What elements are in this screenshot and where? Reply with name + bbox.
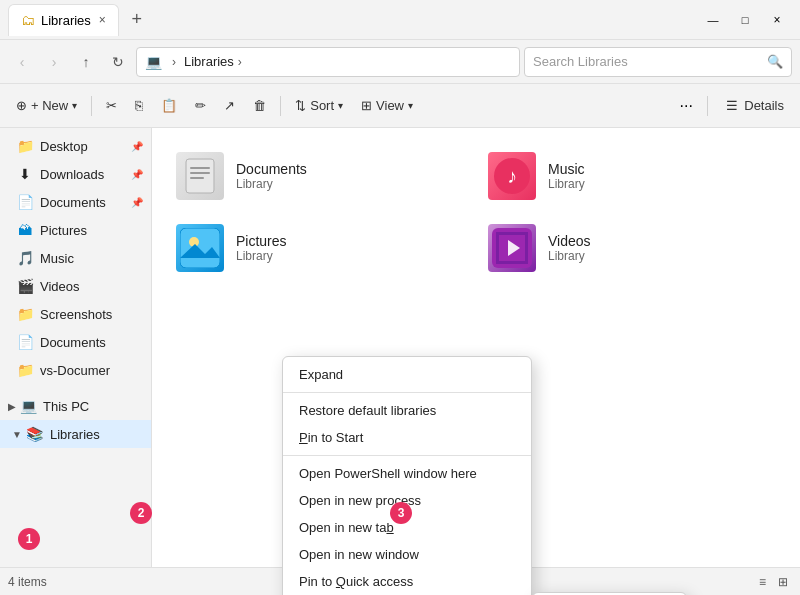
title-bar: 🗂 Libraries × + — □ × xyxy=(0,0,800,40)
search-bar[interactable]: Search Libraries 🔍 xyxy=(524,47,792,77)
svg-rect-4 xyxy=(190,177,204,179)
documents-library-name: Documents xyxy=(236,161,307,177)
sidebar-section-thispc[interactable]: ▶ 💻 This PC xyxy=(0,392,151,420)
details-button[interactable]: ☰ Details xyxy=(718,90,792,122)
address-separator2: › xyxy=(238,55,242,69)
library-item-videos[interactable]: Videos Library xyxy=(480,216,784,280)
svg-rect-2 xyxy=(190,167,210,169)
maximize-button[interactable]: □ xyxy=(730,5,760,35)
ctx-expand-label: Expand xyxy=(299,367,343,382)
svg-rect-15 xyxy=(496,261,528,264)
paste-button[interactable]: 📋 xyxy=(153,90,185,122)
share-button[interactable]: ↗ xyxy=(216,90,243,122)
sidebar-item-downloads[interactable]: ⬇ Downloads 📌 xyxy=(0,160,151,188)
ctx-pin-start-label: Pin to Start xyxy=(299,430,363,445)
pin-icon-downloads: 📌 xyxy=(131,169,143,180)
new-arrow: ▾ xyxy=(72,100,77,111)
view-grid-icon[interactable]: ⊞ xyxy=(774,573,792,591)
view-icons: ≡ ⊞ xyxy=(755,573,792,591)
context-menu: Expand Restore default libraries Pin to … xyxy=(282,356,532,595)
new-label: + New xyxy=(31,98,68,113)
sidebar-item-music[interactable]: 🎵 Music xyxy=(0,244,151,272)
share-icon: ↗ xyxy=(224,98,235,113)
copy-icon: ⎘ xyxy=(135,98,143,113)
sidebar-label-music: Music xyxy=(40,251,74,266)
svg-rect-7 xyxy=(180,228,220,268)
toolbar-separator-1 xyxy=(91,96,92,116)
sidebar-item-pictures[interactable]: 🏔 Pictures xyxy=(0,216,151,244)
ctx-open-window[interactable]: Open in new window xyxy=(283,541,531,568)
svg-rect-13 xyxy=(525,232,528,264)
back-button[interactable]: ‹ xyxy=(8,48,36,76)
refresh-button[interactable]: ↻ xyxy=(104,48,132,76)
forward-button[interactable]: › xyxy=(40,48,68,76)
tab-folder-icon: 🗂 xyxy=(21,12,35,28)
library-item-documents[interactable]: Documents Library xyxy=(168,144,472,208)
search-icon: 🔍 xyxy=(767,54,783,69)
sidebar-item-screenshots[interactable]: 📁 Screenshots xyxy=(0,300,151,328)
svg-text:♪: ♪ xyxy=(507,165,517,187)
rename-icon: ✏ xyxy=(195,98,206,113)
toolbar-separator-2 xyxy=(280,96,281,116)
pictures-library-name: Pictures xyxy=(236,233,287,249)
desktop-icon: 📁 xyxy=(16,138,34,154)
music-library-icon: ♪ xyxy=(488,152,536,200)
details-label: Details xyxy=(744,98,784,113)
tab-libraries[interactable]: 🗂 Libraries × xyxy=(8,4,119,36)
sort-label: Sort xyxy=(310,98,334,113)
sidebar-label-videos: Videos xyxy=(40,279,80,294)
sidebar-item-vsdocuments[interactable]: 📁 vs-Documer xyxy=(0,356,151,384)
sidebar-item-desktop[interactable]: 📁 Desktop 📌 xyxy=(0,132,151,160)
rename-button[interactable]: ✏ xyxy=(187,90,214,122)
nav-bar: ‹ › ↑ ↻ 💻 › Libraries › Search Libraries… xyxy=(0,40,800,84)
ctx-expand[interactable]: Expand xyxy=(283,361,531,388)
view-label: View xyxy=(376,98,404,113)
documents-library-text: Documents Library xyxy=(236,161,307,191)
ctx-open-powershell[interactable]: Open PowerShell window here xyxy=(283,460,531,487)
address-bar[interactable]: 💻 › Libraries › xyxy=(136,47,520,77)
search-placeholder: Search Libraries xyxy=(533,54,628,69)
up-button[interactable]: ↑ xyxy=(72,48,100,76)
sort-button[interactable]: ⇅ Sort ▾ xyxy=(287,90,351,122)
address-part: Libraries xyxy=(184,54,234,69)
ctx-pin-quick[interactable]: Pin to Quick access xyxy=(283,568,531,595)
videos-icon: 🎬 xyxy=(16,278,34,294)
ctx-pin-start[interactable]: Pin to Start xyxy=(283,424,531,451)
screenshots-icon: 📁 xyxy=(16,306,34,322)
item-count: 4 items xyxy=(8,575,47,589)
copy-button[interactable]: ⎘ xyxy=(127,90,151,122)
close-button[interactable]: × xyxy=(762,5,792,35)
minimize-button[interactable]: — xyxy=(698,5,728,35)
library-item-pictures[interactable]: Pictures Library xyxy=(168,216,472,280)
svg-rect-14 xyxy=(496,232,528,235)
more-button[interactable]: ··· xyxy=(671,91,701,121)
pin-icon-desktop: 📌 xyxy=(131,141,143,152)
new-icon: ⊕ xyxy=(16,98,27,113)
svg-rect-0 xyxy=(186,159,214,193)
documents-library-type: Library xyxy=(236,177,307,191)
videos-library-icon xyxy=(488,224,536,272)
library-item-music[interactable]: ♪ Music Library xyxy=(480,144,784,208)
sidebar-label-desktop: Desktop xyxy=(40,139,88,154)
new-tab-button[interactable]: + xyxy=(123,6,151,34)
music-icon: 🎵 xyxy=(16,250,34,266)
videos-library-text: Videos Library xyxy=(548,233,591,263)
sort-arrow: ▾ xyxy=(338,100,343,111)
tab-title: Libraries xyxy=(41,13,91,28)
sidebar-item-documents2[interactable]: 📄 Documents xyxy=(0,328,151,356)
delete-button[interactable]: 🗑 xyxy=(245,90,274,122)
sidebar-item-documents[interactable]: 📄 Documents 📌 xyxy=(0,188,151,216)
pictures-library-icon xyxy=(176,224,224,272)
sidebar-label-vsdocuments: vs-Documer xyxy=(40,363,110,378)
view-list-icon[interactable]: ≡ xyxy=(755,573,770,591)
tab-close-button[interactable]: × xyxy=(99,13,106,27)
ctx-pin-quick-label: Pin to Quick access xyxy=(299,574,413,589)
view-button[interactable]: ⊞ View ▾ xyxy=(353,90,421,122)
sidebar-item-libraries[interactable]: ▼ 📚 Libraries xyxy=(0,420,151,448)
delete-icon: 🗑 xyxy=(253,98,266,113)
cut-icon: ✂ xyxy=(106,98,117,113)
cut-button[interactable]: ✂ xyxy=(98,90,125,122)
ctx-restore[interactable]: Restore default libraries xyxy=(283,397,531,424)
new-button[interactable]: ⊕ + New ▾ xyxy=(8,90,85,122)
sidebar-item-videos[interactable]: 🎬 Videos xyxy=(0,272,151,300)
